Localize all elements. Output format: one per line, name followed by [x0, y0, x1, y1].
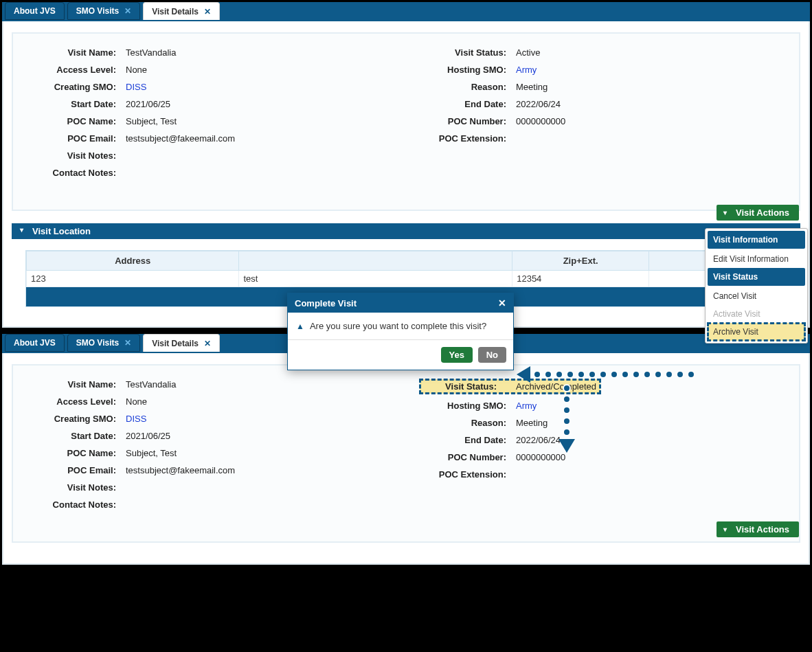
close-icon[interactable]: ✕ [204, 339, 211, 348]
arrow-horizontal-icon [517, 366, 695, 383]
complete-visit-dialog: Complete Visit ✕ ▲ Are you sure you want… [287, 293, 514, 370]
label-visit-status: Visit Status: [420, 47, 516, 58]
close-icon[interactable]: ✕ [124, 338, 131, 348]
tab-visit-details[interactable]: Visit Details✕ [143, 334, 220, 352]
panel-before: About JVS SMO Visits✕ Visit Details✕ Vis… [2, 2, 810, 328]
visit-details-box: Visit Name:TestVandalia Access Level:Non… [12, 364, 800, 543]
menu-section-visit-status: Visit Status [708, 268, 805, 286]
yes-button[interactable]: Yes [441, 347, 473, 363]
warning-icon: ▲ [296, 322, 304, 331]
dialog-title: Complete Visit [295, 298, 357, 308]
menu-cancel-visit[interactable]: Cancel Visit [708, 287, 805, 305]
visit-actions-menu: Visit Information Edit Visit Information… [705, 228, 808, 344]
visit-actions-button[interactable]: Visit Actions [717, 205, 799, 221]
label-visit-name: Visit Name: [30, 47, 126, 58]
menu-archive-visit[interactable]: Archive Visit [708, 323, 805, 341]
arrow-vertical-icon [559, 384, 575, 453]
dialog-message: Are you sure you want to complete this v… [310, 321, 486, 331]
value-visit-name: TestVandalia [126, 47, 176, 58]
close-icon[interactable]: ✕ [124, 6, 131, 16]
tab-visit-details[interactable]: Visit Details✕ [143, 2, 220, 20]
visit-actions-button[interactable]: Visit Actions [717, 521, 799, 537]
hosting-smo-link[interactable]: Army [516, 65, 537, 75]
value-visit-status: Active [516, 47, 540, 58]
hosting-smo-link[interactable]: Army [516, 401, 537, 411]
close-icon[interactable]: ✕ [498, 297, 506, 308]
tab-about[interactable]: About JVS [5, 334, 65, 352]
creating-smo-link[interactable]: DISS [126, 414, 146, 424]
tab-smo-visits[interactable]: SMO Visits✕ [67, 334, 140, 352]
creating-smo-link[interactable]: DISS [126, 82, 146, 92]
close-icon[interactable]: ✕ [204, 7, 211, 16]
tab-smo-visits[interactable]: SMO Visits✕ [67, 2, 140, 20]
tab-strip: About JVS SMO Visits✕ Visit Details✕ [2, 2, 810, 21]
tab-about[interactable]: About JVS [5, 2, 65, 20]
table-row[interactable]: 123 test 12354 United S [27, 271, 786, 287]
visit-location-header[interactable]: Visit Location [12, 223, 800, 239]
visit-details-box: Visit Name:TestVandalia Access Level:Non… [12, 32, 800, 211]
menu-section-visit-information: Visit Information [708, 231, 805, 249]
menu-activate-visit: Activate Visit [708, 305, 805, 323]
value-visit-status: Archived/Completed [516, 381, 596, 392]
menu-edit-visit-information[interactable]: Edit Visit Information [708, 250, 805, 268]
no-button[interactable]: No [478, 347, 506, 363]
